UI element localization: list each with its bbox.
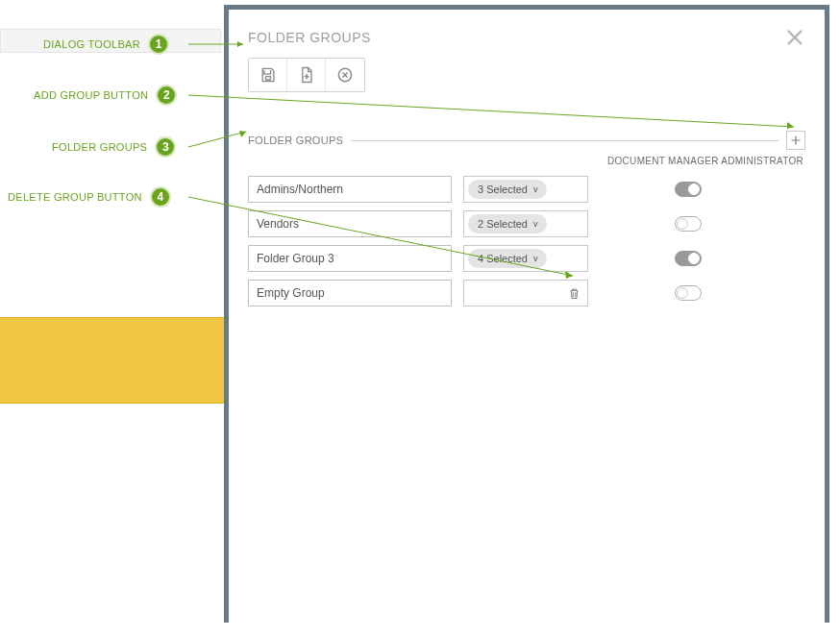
admin-toggle-cell [600,216,805,232]
callout-badge: 4 [150,186,171,208]
save-icon [259,65,278,85]
admin-toggle[interactable] [675,285,702,301]
group-name-input[interactable] [248,210,452,237]
group-name-input[interactable] [248,176,452,203]
chevron-down-icon: v [533,219,538,229]
admin-toggle-cell [600,251,805,266]
selected-count-label: 4 Selected [478,253,528,264]
callout-label: DELETE GROUP BUTTON [8,191,142,203]
cancel-button[interactable] [326,59,364,91]
admin-toggle[interactable] [675,216,702,232]
add-group-button[interactable] [786,131,805,150]
selected-count-label: 3 Selected [478,184,528,195]
callout: ADD GROUP BUTTON 2 [34,85,177,106]
close-icon[interactable] [784,27,805,48]
dialog-title: FOLDER GROUPS [248,30,371,45]
callout-label: ADD GROUP BUTTON [34,89,148,101]
admin-column-header: DOCUMENT MANAGER ADMINISTRATOR [248,150,805,176]
selected-count-label: 2 Selected [478,218,528,230]
fieldset-legend: FOLDER GROUPS [248,135,343,146]
chevron-down-icon: v [533,184,538,194]
folder-groups-fieldset: FOLDER GROUPS DOCUMENT MANAGER ADMINISTR… [248,131,805,306]
group-folders-select[interactable]: 4 Selectedv [463,245,588,272]
group-name-input[interactable] [248,245,452,272]
plus-icon [790,135,802,146]
group-row [248,280,805,306]
group-folders-select[interactable] [463,280,588,306]
dialog: FOLDER GROUPS FOLDER GROUPS [224,5,829,623]
export-icon [297,65,316,85]
selected-count-pill[interactable]: 3 Selectedv [468,180,547,199]
admin-toggle-cell [600,285,805,301]
callout: DELETE GROUP BUTTON 4 [8,186,171,208]
admin-toggle-cell [600,182,805,197]
selected-count-pill[interactable]: 2 Selectedv [468,214,547,233]
dialog-toolbar [248,58,365,92]
group-row: 2 Selectedv [248,210,805,237]
group-folders-select[interactable]: 3 Selectedv [463,176,588,203]
save-button[interactable] [249,59,287,91]
callout: DIALOG TOOLBAR 1 [43,34,169,55]
callout-badge: 3 [155,136,176,158]
callout: FOLDER GROUPS 3 [52,136,176,158]
group-row: 4 Selectedv [248,245,805,272]
admin-toggle[interactable] [675,182,702,197]
cancel-icon [335,65,355,85]
export-button[interactable] [287,59,326,91]
callout-badge: 1 [148,34,169,55]
chevron-down-icon: v [533,254,538,263]
group-name-input[interactable] [248,280,452,306]
trash-icon [567,286,581,301]
selected-count-pill[interactable]: 4 Selectedv [468,249,547,268]
delete-group-button[interactable] [564,283,583,303]
admin-toggle[interactable] [675,251,702,266]
callout-badge: 2 [156,85,177,106]
callout-label: FOLDER GROUPS [52,141,147,153]
group-row: 3 Selectedv [248,176,805,203]
callout-label: DIALOG TOOLBAR [43,38,140,50]
group-folders-select[interactable]: 2 Selectedv [463,210,588,237]
